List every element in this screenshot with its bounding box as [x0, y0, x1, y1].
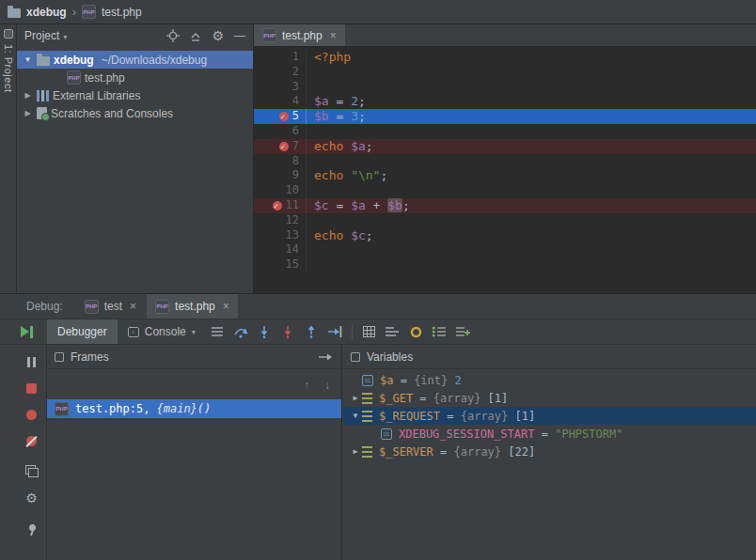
editor-line[interactable]: 13echo $c;: [254, 228, 756, 243]
project-panel-title[interactable]: Project: [24, 29, 59, 42]
editor-line[interactable]: 3: [254, 80, 756, 95]
editor-gutter[interactable]: 14: [254, 242, 307, 257]
chevron-collapsed-icon[interactable]: ▶: [349, 394, 362, 402]
gear-icon[interactable]: ⚙: [212, 29, 224, 42]
variable-name: $_REQUEST: [379, 410, 440, 423]
breadcrumb-file[interactable]: test.php: [102, 6, 142, 19]
array-icon: [362, 446, 372, 458]
chevron-collapsed-icon[interactable]: ▶: [23, 109, 33, 117]
line-number: 10: [286, 183, 299, 198]
lib-icon: [37, 90, 49, 101]
debug-view-tab-debugger[interactable]: Debugger: [47, 319, 118, 344]
variable-row[interactable]: XDEBUG_SESSION_START = "PHPSTORM": [343, 425, 756, 443]
numbered-list-button[interactable]: [428, 319, 451, 344]
chevron-down-icon[interactable]: ▾: [63, 33, 67, 41]
php-file-icon: [85, 300, 99, 314]
editor-line[interactable]: 10: [254, 183, 756, 198]
editor-line[interactable]: 15: [254, 257, 756, 272]
chevron-expanded-icon[interactable]: ▼: [349, 412, 362, 420]
editor-line[interactable]: 1<?php: [254, 50, 756, 65]
close-icon[interactable]: ×: [223, 300, 229, 313]
editor-gutter[interactable]: 11: [254, 198, 307, 213]
editor-gutter[interactable]: 2: [254, 65, 307, 80]
chevron-collapsed-icon[interactable]: ▶: [349, 447, 362, 456]
editor-line[interactable]: 12: [254, 213, 756, 228]
view-breakpoints-button[interactable]: [17, 407, 46, 423]
breakpoint-icon[interactable]: [279, 142, 289, 151]
debug-view-tab-console[interactable]: Console▾: [118, 319, 206, 344]
variable-row[interactable]: ▶$_SERVER = {array} [22]: [343, 443, 756, 460]
hide-panel-icon[interactable]: —: [234, 29, 245, 42]
debug-session-tab[interactable]: test×: [76, 294, 145, 319]
close-icon[interactable]: ×: [130, 300, 136, 313]
editor-gutter[interactable]: 13: [254, 228, 307, 243]
filter-frames-icon[interactable]: [319, 352, 334, 362]
stop-button[interactable]: [17, 381, 46, 397]
editor-gutter[interactable]: 8: [254, 154, 307, 169]
settings-gear-button[interactable]: ⚙: [17, 490, 46, 506]
editor-gutter[interactable]: 4: [254, 94, 307, 109]
tool-window-button-project[interactable]: 1: Project: [3, 44, 14, 92]
add-watch-button[interactable]: [451, 319, 475, 344]
editor-gutter[interactable]: 7: [254, 139, 307, 154]
editor-line[interactable]: 9echo "\n";: [254, 168, 756, 183]
editor-line[interactable]: 7echo $a;: [254, 139, 756, 154]
step-into-button[interactable]: [253, 319, 276, 344]
pin-tab-button[interactable]: [17, 521, 46, 537]
editor-gutter[interactable]: 3: [254, 80, 307, 95]
project-tree-item[interactable]: ▼xdebug~/Downloads/xdebug: [17, 51, 253, 69]
breakpoint-icon[interactable]: [279, 112, 289, 121]
editor-line[interactable]: 6: [254, 124, 756, 139]
mute-breakpoints-button[interactable]: [17, 433, 46, 449]
chevron-expanded-icon[interactable]: ▼: [23, 55, 33, 64]
collapse-all-icon[interactable]: [190, 30, 201, 41]
editor-gutter[interactable]: 15: [254, 257, 307, 272]
editor-gutter[interactable]: 12: [254, 213, 307, 228]
editor-line[interactable]: 11$c = $a + $b;: [254, 198, 756, 213]
pause-button[interactable]: [17, 354, 46, 370]
editor-line[interactable]: 4$a = 2;: [254, 94, 756, 109]
frame-item[interactable]: test.php:5, {main}(): [47, 399, 341, 418]
run-to-cursor-button[interactable]: [323, 319, 347, 344]
equals-sign: =: [433, 445, 454, 459]
force-step-into-button[interactable]: [276, 319, 300, 344]
previous-frame-icon[interactable]: ↑: [304, 379, 309, 392]
chevron-down-icon: ▾: [192, 328, 196, 336]
project-tree-item[interactable]: ▶External Libraries: [17, 86, 253, 104]
editor-tab-test-php[interactable]: test.php ×: [254, 24, 345, 46]
chevron-collapsed-icon[interactable]: ▶: [23, 91, 33, 100]
rows-view-button[interactable]: [381, 319, 404, 344]
editor-line[interactable]: 8: [254, 154, 756, 169]
line-number: 1: [292, 50, 299, 65]
editor-line[interactable]: 2: [254, 65, 756, 80]
breadcrumb-project[interactable]: xdebug: [26, 6, 67, 19]
breakpoint-icon[interactable]: [273, 201, 282, 210]
step-over-button[interactable]: [229, 319, 253, 344]
editor-line[interactable]: 14: [254, 242, 756, 257]
variable-row[interactable]: $a = {int} 2: [343, 371, 756, 389]
close-icon[interactable]: ×: [330, 29, 337, 42]
restore-layout-button[interactable]: [17, 463, 46, 479]
code-token: "\n": [351, 168, 380, 182]
variable-row[interactable]: ▼$_REQUEST = {array} [1]: [343, 407, 756, 425]
next-frame-icon[interactable]: ↓: [324, 379, 330, 392]
editor-gutter[interactable]: 5: [254, 109, 307, 124]
editor-gutter[interactable]: 1: [254, 50, 307, 65]
editor-gutter[interactable]: 6: [254, 124, 307, 139]
show-execution-point-button[interactable]: [206, 319, 229, 344]
editor-gutter[interactable]: 9: [254, 168, 307, 183]
editor-line[interactable]: 5$b = 3;: [254, 109, 756, 124]
step-out-button[interactable]: [300, 319, 323, 344]
resume-program-button[interactable]: [21, 326, 36, 338]
primitive-icon: [362, 375, 373, 386]
editor-gutter[interactable]: 10: [254, 183, 307, 198]
line-number: 4: [292, 94, 299, 109]
evaluate-expression-button[interactable]: [404, 319, 428, 344]
debug-session-tab[interactable]: test.php×: [147, 294, 238, 319]
locate-file-icon[interactable]: [166, 29, 180, 42]
project-tree-item[interactable]: ▶Scratches and Consoles: [17, 104, 253, 122]
variable-row[interactable]: ▶$_GET = {array} [1]: [343, 389, 756, 407]
table-view-button[interactable]: [357, 319, 381, 344]
project-tree-item[interactable]: test.php: [17, 69, 253, 86]
left-tool-stripe: 1: Project: [0, 24, 17, 293]
